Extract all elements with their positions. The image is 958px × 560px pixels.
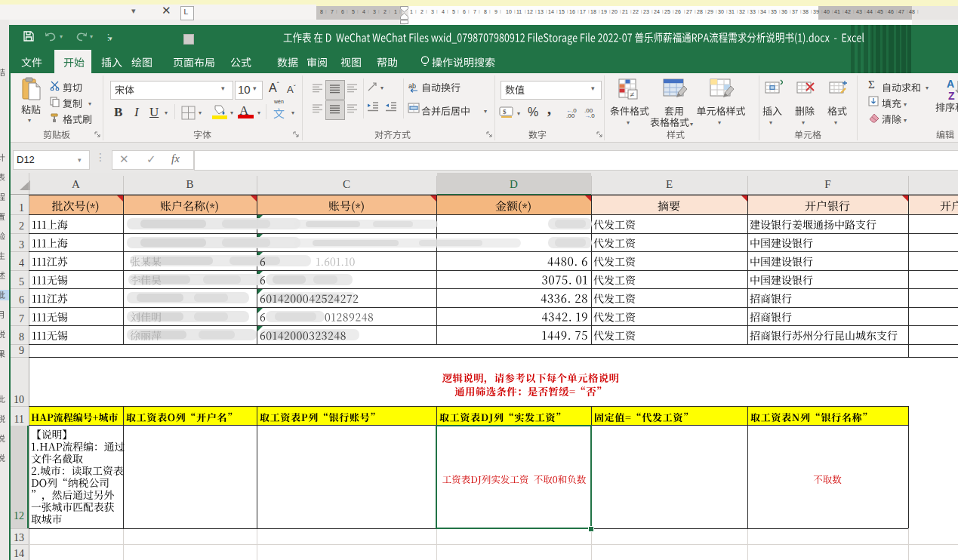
svg-text:.00: .00 [566,112,575,118]
svg-text:ab: ab [408,82,416,90]
svg-text:.0: .0 [590,112,595,118]
svg-text:≠: ≠ [630,90,634,99]
svg-text:$: $ [503,108,507,115]
